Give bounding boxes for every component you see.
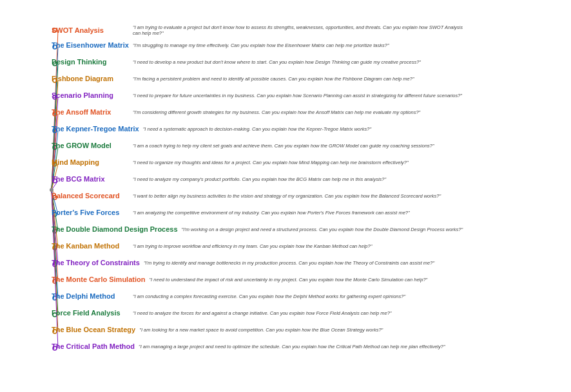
node-label-montecarlo: The Monte Carlo Simulation (52, 275, 145, 283)
node-label-mindmap: Mind Mapping (52, 158, 129, 166)
node-row-blueocean: The Blue Ocean Strategy"I am looking for… (52, 326, 383, 333)
node-row-kanban: The Kanban Method"I am trying to improve… (52, 242, 372, 250)
node-row-mindmap: Mind Mapping"I need to organize my thoug… (52, 158, 409, 166)
node-row-kepner: The Kepner-Tregoe Matrix"I need a system… (52, 125, 371, 133)
node-prompt-montecarlo: "I need to understand the impact of risk… (149, 277, 427, 283)
node-prompt-forcefield: "I need to analyze the forces for and ag… (133, 310, 392, 316)
node-row-delphi: The Delphi Method"I am conducting a comp… (52, 292, 405, 300)
node-row-scenario: Scenario Planning"I need to prepare for … (52, 91, 462, 99)
node-row-ansoff: The Ansoff Matrix"I'm considering differ… (52, 108, 420, 116)
node-prompt-balanced: "I want to better align my business acti… (133, 193, 441, 199)
node-row-design-thinking: Design Thinking"I need to develop a new … (52, 58, 421, 66)
node-row-criticalpath: The Critical Path Method"I am managing a… (52, 342, 445, 350)
node-label-grow: The GROW Model (52, 142, 129, 149)
node-row-bcg: The BCG Matrix"I need to analyze my comp… (52, 175, 386, 183)
node-label-porter: Porter's Five Forces (52, 209, 129, 216)
node-row-fishbone: Fishbone Diagram"I'm facing a persistent… (52, 75, 414, 82)
node-prompt-constraints: "I'm trying to identify and manage bottl… (144, 260, 434, 266)
node-row-diamond: The Double Diamond Design Process"I'm wo… (52, 225, 463, 233)
node-prompt-diamond: "I'm working on a design project and nee… (182, 227, 463, 232)
node-row-forcefield: Force Field Analysis"I need to analyze t… (52, 309, 392, 317)
node-label-kanban: The Kanban Method (52, 242, 129, 250)
node-label-diamond: The Double Diamond Design Process (52, 225, 178, 233)
node-prompt-blueocean: "I am looking for a new market space to … (139, 327, 383, 333)
node-row-montecarlo: The Monte Carlo Simulation"I need to und… (52, 275, 427, 283)
node-prompt-swot: "I am trying to evaluate a project but d… (133, 24, 468, 36)
node-label-delphi: The Delphi Method (52, 292, 129, 300)
node-row-swot: SWOT Analysis"I am trying to evaluate a … (52, 24, 468, 36)
node-row-grow: The GROW Model"I am a coach trying to he… (52, 142, 434, 149)
node-prompt-grow: "I am a coach trying to help my client s… (133, 143, 434, 149)
node-label-swot: SWOT Analysis (52, 26, 129, 34)
node-prompt-mindmap: "I need to organize my thoughts and idea… (133, 160, 409, 165)
node-label-constraints: The Theory of Constraints (52, 259, 140, 266)
node-prompt-bcg: "I need to analyze my company's product … (133, 176, 386, 182)
node-label-fishbone: Fishbone Diagram (52, 75, 129, 82)
node-row-eisenhower: The Eisenhower Matrix"I'm struggling to … (52, 41, 389, 49)
node-prompt-scenario: "I need to prepare for future uncertaint… (133, 93, 462, 98)
node-row-porter: Porter's Five Forces"I am analyzing the … (52, 209, 410, 216)
node-row-constraints: The Theory of Constraints"I'm trying to … (52, 259, 434, 266)
node-label-eisenhower: The Eisenhower Matrix (52, 41, 129, 49)
node-label-balanced: Balanced Scorecard (52, 192, 129, 200)
node-prompt-porter: "I am analyzing the competitive environm… (133, 210, 410, 216)
node-label-blueocean: The Blue Ocean Strategy (52, 326, 135, 333)
node-prompt-fishbone: "I'm facing a persistent problem and nee… (133, 76, 414, 82)
node-prompt-design-thinking: "I need to develop a new product but don… (133, 59, 421, 65)
node-prompt-kepner: "I need a systematic approach to decisio… (143, 126, 371, 132)
node-label-scenario: Scenario Planning (52, 91, 129, 99)
node-prompt-ansoff: "I'm considering different growth strate… (133, 109, 420, 115)
node-label-ansoff: The Ansoff Matrix (52, 108, 129, 116)
node-prompt-eisenhower: "I'm struggling to manage my time effect… (133, 42, 389, 48)
mindmap-container: SWOT Analysis"I am trying to evaluate a … (0, 0, 571, 392)
node-label-kepner: The Kepner-Tregoe Matrix (52, 125, 139, 133)
node-label-design-thinking: Design Thinking (52, 58, 129, 66)
node-label-bcg: The BCG Matrix (52, 175, 129, 183)
node-prompt-criticalpath: "I am managing a large project and need … (139, 344, 445, 350)
node-label-criticalpath: The Critical Path Method (52, 342, 135, 350)
node-row-balanced: Balanced Scorecard"I want to better alig… (52, 192, 441, 200)
node-prompt-delphi: "I am conducting a complex forecasting e… (133, 294, 405, 299)
node-label-forcefield: Force Field Analysis (52, 309, 129, 317)
node-prompt-kanban: "I am trying to improve workflow and eff… (133, 243, 372, 249)
